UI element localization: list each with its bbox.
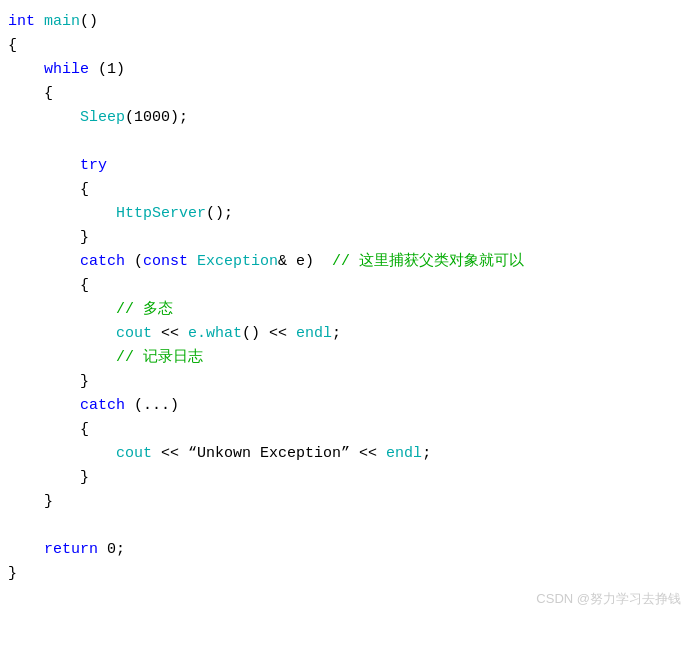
line-18: {: [0, 418, 693, 442]
line-8: {: [0, 178, 693, 202]
line-3: while (1): [0, 58, 693, 82]
line-22: [0, 514, 693, 538]
line-10: }: [0, 226, 693, 250]
line-23: return 0;: [0, 538, 693, 562]
line-24: }: [0, 562, 693, 586]
line-6: [0, 130, 693, 154]
line-16: }: [0, 370, 693, 394]
line-21: }: [0, 490, 693, 514]
line-14: cout << e.what() << endl;: [0, 322, 693, 346]
line-15: // 记录日志: [0, 346, 693, 370]
line-9: HttpServer();: [0, 202, 693, 226]
line-2: {: [0, 34, 693, 58]
code-block: int main(){ while (1) { Sleep(1000); try…: [0, 0, 693, 620]
line-17: catch (...): [0, 394, 693, 418]
line-13: // 多态: [0, 298, 693, 322]
line-12: {: [0, 274, 693, 298]
line-5: Sleep(1000);: [0, 106, 693, 130]
line-11: catch (const Exception& e) // 这里捕获父类对象就可…: [0, 250, 693, 274]
line-7: try: [0, 154, 693, 178]
line-4: {: [0, 82, 693, 106]
line-1: int main(): [0, 10, 693, 34]
code-lines: int main(){ while (1) { Sleep(1000); try…: [0, 10, 693, 586]
line-20: }: [0, 466, 693, 490]
watermark: CSDN @努力学习去挣钱: [536, 589, 681, 610]
line-19: cout << “Unkown Exception” << endl;: [0, 442, 693, 466]
